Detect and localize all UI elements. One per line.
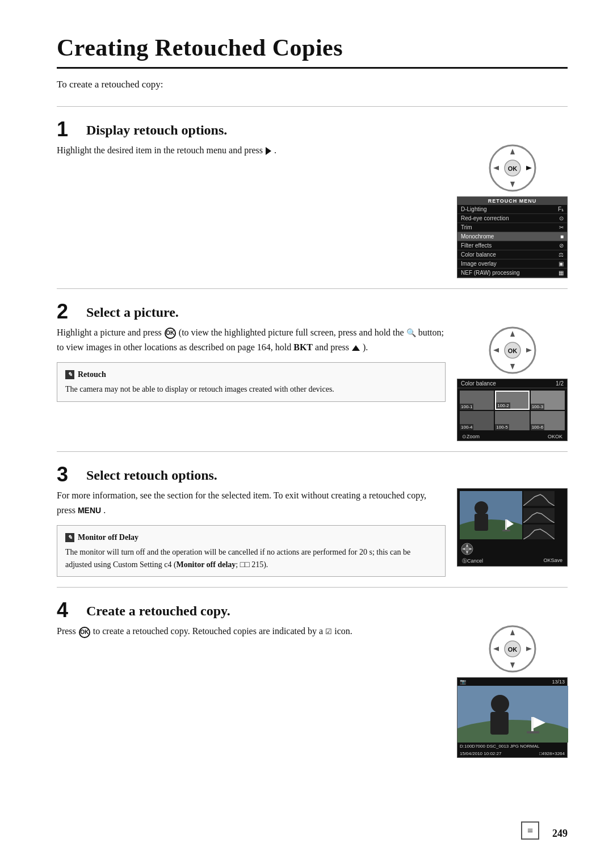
svg-point-29 — [465, 547, 469, 551]
step-2-body2: (to view the highlighted picture full sc… — [179, 328, 406, 337]
monitor-note-body: The monitor will turn off and the operat… — [65, 548, 410, 569]
hist1-svg — [523, 491, 555, 506]
dial-svg: OK — [488, 143, 538, 193]
retouch-note: ✎ Retouch The camera may not be able to … — [57, 362, 446, 401]
menu-item-filter: Filter effects⊘ — [457, 241, 567, 250]
triangle-up-icon — [352, 345, 360, 351]
step-3-header: 3 Select retouch options. — [57, 464, 568, 485]
ros-photo-svg — [460, 491, 522, 539]
step-4-text: Press OK to create a retouched copy. Ret… — [57, 624, 446, 639]
step-4-body-mid: to create a retouched copy. Retouched co… — [93, 626, 325, 636]
menu-item-colorbalance: Color balance⚖ — [457, 250, 567, 259]
menu-item-nef: NEF (RAW) processing▦ — [457, 269, 567, 278]
svg-marker-4 — [526, 166, 532, 170]
cb-footer: ⊙Zoom OKOK — [457, 433, 567, 441]
step-4-body1: Press — [57, 626, 78, 636]
cb-footer-right: OKOK — [548, 434, 562, 439]
step2-dial-svg: OK — [488, 325, 538, 375]
step-1-header: 1 Display retouch options. — [57, 119, 568, 140]
cb-thumb-6: 100-6 — [531, 411, 565, 430]
monitor-note-icon: ✎ — [65, 533, 74, 542]
step-3-suffix: . — [103, 505, 106, 515]
svg-rect-40 — [490, 712, 509, 735]
svg-marker-34 — [526, 647, 532, 651]
pb-photo-svg — [457, 686, 568, 743]
step-4-header: 4 Create a retouched copy. — [57, 600, 568, 620]
svg-rect-43 — [527, 731, 539, 733]
step4-dial-svg: OK — [488, 624, 538, 674]
menu-item-trim: Trim✂ — [457, 223, 567, 232]
step-2-text: Highlight a picture and press OK (to vie… — [57, 325, 446, 402]
step-2-title: Select a picture. — [86, 301, 179, 320]
cb-thumb-4: 100-4 — [460, 411, 494, 430]
svg-rect-17 — [475, 514, 488, 531]
retouch-menu-title: RETOUCH MENU — [457, 197, 567, 205]
svg-rect-23 — [523, 525, 555, 539]
playback-screen: 📷 13/13 D:100D7000 DS — [457, 677, 568, 758]
svg-text:OK: OK — [507, 165, 517, 172]
ros-footer: ⓑCancel OKSave — [457, 556, 567, 566]
triangle-right-icon — [266, 147, 271, 155]
step-4-image: OK 📷 13/13 — [457, 624, 568, 758]
step-2-number: 2 — [57, 301, 86, 322]
pb-date: 15/04/2010 10:02:27 — [460, 751, 501, 756]
ros-save: OKSave — [543, 557, 562, 565]
step-2-content: Highlight a picture and press OK (to vie… — [57, 325, 568, 441]
svg-text:OK: OK — [507, 646, 517, 653]
note-title: ✎ Retouch — [65, 368, 437, 381]
step-2-body1: Highlight a picture and press — [57, 328, 164, 337]
step-3-number: 3 — [57, 464, 86, 485]
svg-rect-22 — [523, 508, 555, 523]
page-title: Creating Retouched Copies — [57, 34, 568, 69]
svg-rect-41 — [531, 717, 534, 733]
pb-file: D:100D7000 DSC_0013 JPG NORMAL — [460, 744, 540, 749]
svg-marker-2 — [510, 182, 515, 187]
step-4-section: 4 Create a retouched copy. Press OK to c… — [57, 587, 568, 768]
step-1-body: Highlight the desired item in the retouc… — [57, 145, 263, 155]
step-4-title: Create a retouched copy. — [86, 600, 230, 619]
cb-thumb-5: 100-5 — [495, 411, 529, 430]
svg-text:OK: OK — [507, 347, 517, 354]
cb-thumb-2: 100-2 — [495, 391, 529, 410]
pb-footer: D:100D7000 DSC_0013 JPG NORMAL — [457, 743, 567, 750]
svg-point-16 — [475, 501, 488, 515]
note-title-text: Retouch — [78, 368, 106, 381]
ros-main — [457, 489, 567, 542]
hist2-svg — [523, 508, 555, 523]
retouch-check-icon: ☑ — [325, 626, 332, 638]
ok-button-icon: OK — [165, 328, 176, 339]
step-4-number: 4 — [57, 600, 86, 620]
svg-marker-32 — [510, 662, 515, 668]
menu-item-redeye: Red-eye correction⊙ — [457, 214, 567, 223]
ros-cancel: ⓑCancel — [462, 557, 483, 565]
svg-marker-1 — [510, 149, 515, 154]
ros-hist-3 — [523, 525, 555, 539]
svg-marker-11 — [526, 348, 532, 353]
note-icon: ✎ — [65, 370, 74, 379]
pb-count: 13/13 — [552, 679, 565, 685]
page-number: 249 — [552, 828, 568, 840]
pb-size: □4928×3264 — [539, 751, 565, 756]
pb-camera-icon: 📷 — [460, 679, 466, 685]
step-2-section: 2 Select a picture. Highlight a picture … — [57, 288, 568, 451]
page-icon: ≡ — [521, 821, 539, 840]
svg-marker-8 — [510, 331, 515, 337]
menu-item-overlay: Image overlay▣ — [457, 259, 567, 269]
pb-footer2: 15/04/2010 10:02:27 □4928×3264 — [457, 750, 567, 757]
svg-marker-31 — [510, 630, 515, 635]
step-3-content: For more information, see the section fo… — [57, 488, 568, 577]
step-3-text: For more information, see the section fo… — [57, 488, 446, 577]
cb-footer-left: ⊙Zoom — [462, 434, 480, 439]
note-body: The camera may not be able to display or… — [65, 385, 334, 393]
menu-item-dlighting: D-LightingF₁ — [457, 205, 567, 214]
svg-point-39 — [491, 695, 509, 713]
monitor-off-note: ✎ Monitor off Delay The monitor will tur… — [57, 525, 446, 577]
step-1-section: 1 Display retouch options. Highlight the… — [57, 106, 568, 288]
monitor-note-title-text: Monitor off Delay — [78, 531, 138, 544]
step-1-title: Display retouch options. — [86, 119, 227, 138]
ros-hist-2 — [523, 508, 555, 523]
svg-rect-20 — [502, 530, 510, 531]
step3-small-dial — [461, 543, 473, 555]
step-3-body: For more information, see the section fo… — [57, 490, 426, 515]
svg-marker-9 — [510, 364, 515, 370]
